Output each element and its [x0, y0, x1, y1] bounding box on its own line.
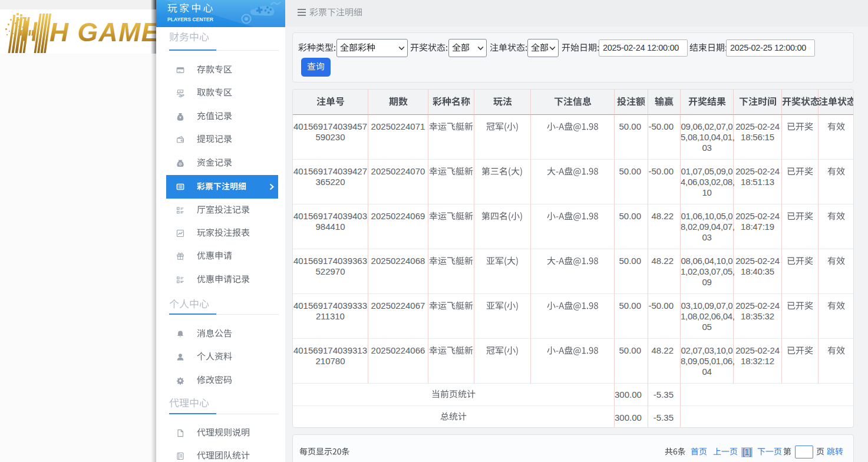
svg-text:H GAME: H GAME — [49, 18, 156, 47]
